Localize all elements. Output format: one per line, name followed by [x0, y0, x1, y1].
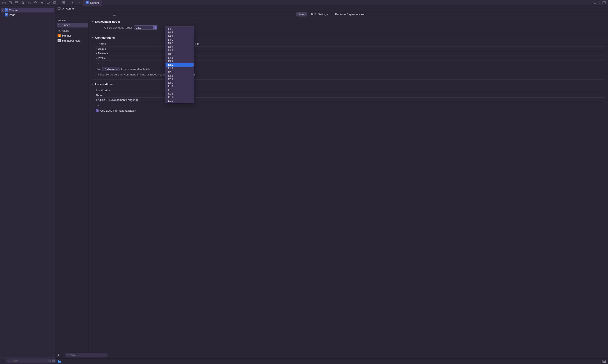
dropdown-option[interactable]: 12.0	[166, 81, 194, 85]
recent-icon[interactable]	[48, 360, 51, 362]
dropdown-option[interactable]: 13.2	[166, 56, 194, 59]
scm-filter-icon[interactable]	[52, 360, 55, 362]
remove-icon[interactable]: −	[62, 354, 63, 357]
svg-rect-16	[113, 13, 116, 15]
navigator-filter[interactable]	[6, 359, 56, 363]
deployment-target-dropdown[interactable]: 14.314.214.114.013.613.513.413.313.213.1…	[165, 26, 194, 103]
svg-rect-14	[58, 7, 59, 10]
dropdown-option[interactable]: 14.0	[166, 38, 194, 41]
use-config-select[interactable]: Release	[102, 67, 120, 71]
related-items-icon[interactable]	[57, 7, 60, 10]
localization-name: Base	[96, 94, 102, 97]
folder-icon[interactable]	[2, 1, 6, 5]
config-row-based: 2 Configurations Set	[164, 56, 605, 60]
disclosure-icon[interactable]: ▾	[92, 36, 94, 39]
editor-main: ▾ Deployment Target iOS Deployment Targe…	[89, 17, 608, 358]
remove-icon[interactable]: −	[103, 62, 104, 65]
symbols-icon[interactable]	[14, 1, 19, 5]
dropdown-option[interactable]: 11.3	[166, 88, 194, 92]
disclosure-icon[interactable]: ▸	[96, 48, 97, 50]
layout-icon[interactable]	[602, 1, 606, 5]
add-icon[interactable]: ＋	[97, 62, 100, 65]
parallelize-checkbox[interactable]	[96, 73, 99, 76]
svg-rect-7	[62, 1, 63, 2]
add-icon[interactable]: ＋	[57, 353, 60, 357]
dropdown-option[interactable]: 13.3	[166, 52, 194, 56]
dropdown-option[interactable]: 14.1	[166, 34, 194, 38]
add-icon[interactable]: ＋	[97, 104, 100, 107]
navigator-item-pods[interactable]: ▸ A Pods	[0, 13, 55, 17]
dropdown-option[interactable]: 11.4	[166, 85, 194, 88]
dropdown-option[interactable]: 13.6	[166, 41, 194, 45]
field-label: iOS Deployment Target	[96, 26, 132, 29]
dropdown-option[interactable]: 11.2	[166, 92, 194, 95]
dropdown-option[interactable]: 13.5	[166, 45, 194, 49]
grid-icon[interactable]	[61, 1, 65, 5]
project-icon: A	[57, 24, 59, 27]
swap-icon[interactable]	[593, 1, 597, 5]
outline-item-label: Runner	[62, 34, 71, 37]
dropdown-option[interactable]: 14.2	[166, 31, 194, 34]
finder-icon[interactable]	[57, 360, 61, 363]
config-row-based: 2 Configurations Set	[164, 47, 605, 50]
combo-value: 13.0	[134, 26, 153, 29]
dropdown-option[interactable]: 12.1	[166, 77, 194, 81]
deployment-target-combo[interactable]: 13.0	[134, 25, 157, 30]
source-control-icon[interactable]	[8, 1, 12, 5]
section-divider	[92, 116, 605, 116]
dropdown-option[interactable]: 13.4	[166, 49, 194, 52]
search-icon[interactable]	[21, 1, 25, 5]
dropdown-option[interactable]: 11.0	[166, 99, 194, 103]
disclosure-icon[interactable]: ▸	[2, 14, 4, 16]
dropdown-option[interactable]: 12.4	[166, 66, 194, 70]
outline-project-runner[interactable]: A Runner	[57, 23, 88, 27]
disclosure-icon[interactable]: ▾	[92, 83, 94, 86]
project-icon: A	[62, 7, 64, 10]
dropdown-option[interactable]: 11.1	[166, 95, 194, 99]
debug-icon[interactable]	[40, 1, 44, 5]
left-panel-icon[interactable]	[113, 13, 116, 16]
dropdown-option[interactable]: 13.1	[166, 59, 194, 63]
navigator-item-runner[interactable]: ▸ A Runner	[1, 8, 54, 13]
dropdown-option[interactable]: 12.3	[166, 70, 194, 74]
tab-build-settings[interactable]: Build Settings	[308, 12, 331, 16]
bottom-panel-icon[interactable]	[603, 360, 606, 363]
section-title: Configurations	[95, 36, 115, 39]
remove-icon[interactable]: −	[103, 104, 104, 107]
issues-icon[interactable]	[27, 1, 31, 5]
outline-section-targets: TARGETS	[55, 27, 89, 33]
navigator-filter-input[interactable]	[12, 359, 47, 363]
window-toolbar: A Runner	[0, 0, 608, 6]
reports-icon[interactable]	[53, 1, 57, 5]
tab-package-dependencies[interactable]: Package Dependencies	[332, 12, 367, 16]
dropdown-option[interactable]: 14.3	[166, 27, 194, 31]
svg-rect-8	[64, 1, 65, 2]
disclosure-icon[interactable]: ▸	[96, 57, 97, 59]
editor-status-bar	[55, 358, 608, 364]
breakpoints-icon[interactable]	[46, 1, 50, 5]
tests-icon[interactable]	[33, 1, 38, 5]
add-icon[interactable]: ＋	[2, 359, 4, 363]
outline-target-runneruitests[interactable]: ▧ RunnerUITests	[55, 38, 89, 43]
svg-rect-3	[16, 3, 17, 4]
uitest-target-icon: ▧	[57, 39, 61, 42]
use-base-checkbox[interactable]: ✓	[96, 109, 99, 112]
dropdown-option[interactable]: 12.2	[166, 74, 194, 77]
localization-name: English — Development Language	[96, 98, 139, 102]
toolbar-separator	[599, 1, 600, 4]
editor-tab[interactable]: A Runner	[83, 0, 102, 6]
disclosure-icon[interactable]: ▸	[96, 52, 97, 54]
jump-crumb[interactable]: Runner	[66, 7, 75, 10]
config-row-name: Debug	[98, 47, 106, 50]
disclosure-icon[interactable]: ▸	[2, 9, 4, 12]
tab-info[interactable]: Info	[296, 12, 307, 16]
col-localization: Localization	[94, 89, 164, 92]
section-title: Localizations	[95, 83, 113, 86]
back-icon[interactable]	[71, 1, 75, 5]
config-row-name: Profile	[98, 56, 106, 60]
disclosure-icon[interactable]: ▾	[92, 20, 94, 23]
forward-icon[interactable]	[77, 1, 81, 5]
dropdown-option[interactable]: 13.0	[166, 63, 194, 66]
svg-rect-2	[17, 1, 18, 2]
outline-target-runner[interactable]: 🔥 Runner	[55, 33, 89, 38]
